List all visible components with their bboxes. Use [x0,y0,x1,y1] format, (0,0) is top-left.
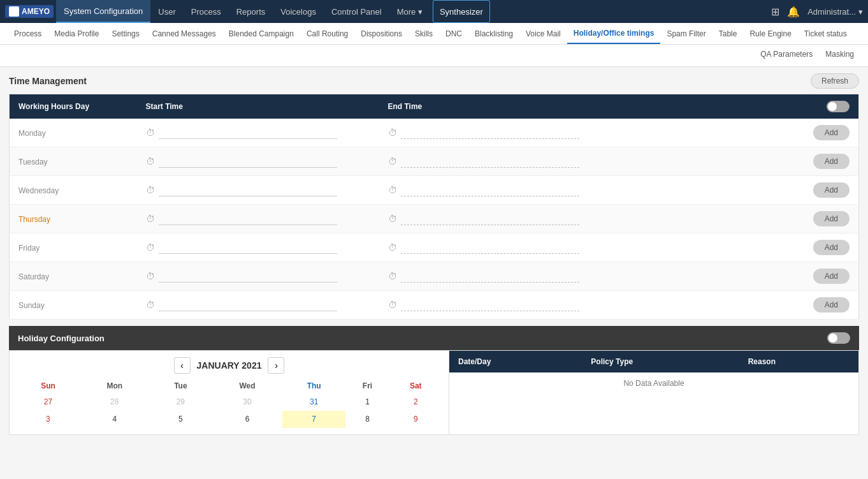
calendar-cell[interactable]: 7 [282,411,345,428]
sub-nav-table[interactable]: Table [712,24,744,43]
nav-system-configuration[interactable]: System Configuration [56,0,150,23]
end-time-input[interactable] [401,299,579,311]
holiday-table-panel: Date/Day Policy Type Reason No Data Avai… [449,351,858,434]
clock-icon: ⏱ [388,271,397,281]
working-hours-toggle[interactable] [827,101,850,112]
sub-nav-masking[interactable]: Masking [819,45,860,64]
end-time-input[interactable] [401,270,579,283]
sub-nav-dispositions[interactable]: Dispositions [354,24,409,43]
table-row: Saturday ⏱ ⏱ Add [10,262,859,291]
nav-synthesizer[interactable]: Synthesizer [433,0,490,23]
nav-process[interactable]: Process [184,0,229,23]
add-time-button[interactable]: Add [813,182,850,198]
sub-nav-blacklisting[interactable]: Blacklisting [468,24,519,43]
clock-icon: ⏱ [146,128,155,138]
calendar-grid: Sun Mon Tue Wed Thu Fri Sat 272829303112… [16,379,442,428]
add-time-button[interactable]: Add [813,125,850,140]
clock-icon: ⏱ [146,242,155,253]
nav-voicelogs[interactable]: Voicelogs [273,0,324,23]
calendar-panel: ‹ JANUARY 2021 › Sun Mon Tue Wed Thu Fri [10,351,449,434]
sub-nav-rule-engine[interactable]: Rule Engine [743,24,797,43]
grid-icon[interactable]: ⊞ [771,6,779,18]
sub-nav-media-profile[interactable]: Media Profile [48,24,105,43]
sub-nav-holiday-timings[interactable]: Holiday/Office timings [567,24,661,44]
end-time-input[interactable] [401,184,579,196]
start-time-input[interactable] [159,156,337,168]
calendar-cell[interactable]: 31 [282,394,345,411]
col-header-start: Start Time [137,94,379,119]
calendar-cell[interactable]: 5 [149,411,212,428]
start-time-input[interactable] [159,184,337,196]
nav-more[interactable]: More ▾ [389,0,430,23]
add-time-button[interactable]: Add [813,297,850,313]
calendar-cell[interactable]: 8 [345,411,389,428]
end-time-wrapper: ⏱ [388,184,579,196]
table-row: Wednesday ⏱ ⏱ Add [10,176,859,205]
sub-nav-spam-filter[interactable]: Spam Filter [660,24,712,43]
cal-header-sat: Sat [389,379,442,394]
end-time-input[interactable] [401,127,579,139]
add-time-button[interactable]: Add [813,211,850,226]
start-time-input[interactable] [159,127,337,139]
time-management-title: Time Management [9,76,87,86]
start-time-wrapper: ⏱ [146,184,337,196]
refresh-button[interactable]: Refresh [811,73,859,89]
start-time-input[interactable] [159,213,337,225]
sub-nav-call-routing[interactable]: Call Routing [300,24,354,43]
calendar-cell[interactable]: 30 [212,394,283,411]
nav-user[interactable]: User [150,0,183,23]
calendar-cell[interactable]: 2 [389,394,442,411]
sub-nav-ticket-status[interactable]: Ticket status [798,24,853,43]
sub-nav-blended-campaign[interactable]: Blended Campaign [222,24,300,43]
holiday-no-data: No Data Available [449,372,858,394]
calendar-cell[interactable]: 29 [149,394,212,411]
end-time-input[interactable] [401,242,579,254]
clock-icon: ⏱ [146,300,155,310]
sub-nav-qa-parameters[interactable]: QA Parameters [754,45,819,64]
logo-icon [9,6,19,17]
end-time-wrapper: ⏱ [388,213,579,225]
start-time-wrapper: ⏱ [146,270,337,283]
sub-nav-dnc[interactable]: DNC [439,24,468,43]
start-time-wrapper: ⏱ [146,242,337,254]
calendar-prev-button[interactable]: ‹ [174,357,191,374]
calendar-cell[interactable]: 27 [17,394,80,411]
holiday-body: ‹ JANUARY 2021 › Sun Mon Tue Wed Thu Fri [9,350,859,435]
add-time-button[interactable]: Add [813,269,850,284]
sub-nav-settings[interactable]: Settings [105,24,145,43]
start-time-input[interactable] [159,270,337,283]
clock-icon: ⏱ [146,271,155,281]
cal-header-fri: Fri [345,379,389,394]
admin-dropdown[interactable]: Administrat... ▾ [807,7,863,17]
calendar-cell[interactable]: 9 [389,411,442,428]
cal-header-wed: Wed [212,379,283,394]
sub-nav-voice-mail[interactable]: Voice Mail [519,24,567,43]
nav-control-panel[interactable]: Control Panel [324,0,389,23]
end-time-wrapper: ⏱ [388,299,579,311]
end-time-input[interactable] [401,156,579,168]
sub-nav-canned-messages[interactable]: Canned Messages [146,24,222,43]
calendar-month-title: JANUARY 2021 [197,360,262,371]
nav-reports[interactable]: Reports [229,0,273,23]
start-time-input[interactable] [159,299,337,311]
holiday-section: Holiday Configuration ‹ JANUARY 2021 › S… [9,326,859,435]
calendar-cell[interactable]: 4 [80,411,149,428]
end-time-input[interactable] [401,213,579,225]
calendar-cell[interactable]: 28 [80,394,149,411]
table-row: Monday ⏱ ⏱ Add [10,119,859,147]
add-time-button[interactable]: Add [813,154,850,169]
add-time-button[interactable]: Add [813,240,850,255]
holiday-col-reason: Reason [739,351,858,372]
calendar-cell[interactable]: 3 [17,411,80,428]
calendar-cell[interactable]: 6 [212,411,283,428]
sub-nav-process[interactable]: Process [8,24,48,43]
holiday-header: Holiday Configuration [9,326,859,350]
calendar-next-button[interactable]: › [268,357,284,374]
start-time-input[interactable] [159,242,337,254]
col-header-toggle [621,94,859,119]
holiday-toggle[interactable] [827,332,850,344]
sub-nav-skills[interactable]: Skills [409,24,439,43]
col-header-day: Working Hours Day [10,94,137,119]
bell-icon[interactable]: 🔔 [787,6,800,18]
calendar-cell[interactable]: 1 [345,394,389,411]
